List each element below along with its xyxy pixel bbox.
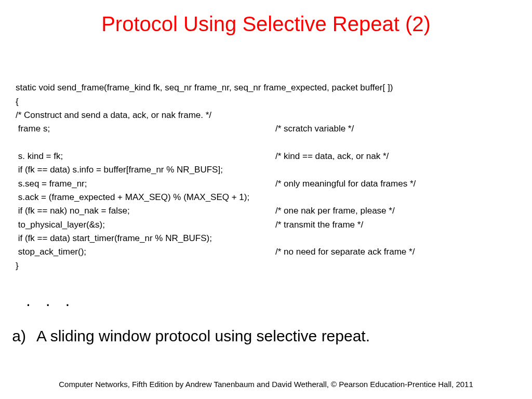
code-line: if (fk == nak) no_nak = false; [16,206,130,216]
code-line: /* Construct and send a data, ack, or na… [16,110,211,120]
code-line: } [16,261,19,271]
caption-label: a) [0,327,36,345]
code-comment: /* transmit the frame */ [275,218,363,232]
code-line: static void send_frame(frame_kind fk, se… [16,83,393,92]
code-line: s.seq = frame_nr; [16,179,87,189]
code-block: static void send_frame(frame_kind fk, se… [16,68,520,287]
code-line: stop_ack_timer(); [16,247,86,257]
code-line: s. kind = fk; [16,151,63,161]
code-line: { [16,97,19,107]
code-line: s.ack = (frame_expected + MAX_SEQ) % (MA… [16,192,249,202]
code-line: frame s; [16,124,50,134]
caption: a) A sliding window protocol using selec… [0,327,532,345]
code-comment: /* kind == data, ack, or nak */ [275,150,389,163]
caption-text: A sliding window protocol using selectiv… [36,327,370,345]
footer-text: Computer Networks, Fifth Edition by Andr… [0,380,532,389]
code-comment: /* no need for separate ack frame */ [275,245,415,259]
code-comment: /* one nak per frame, please */ [275,204,395,218]
code-comment: /* scratch variable */ [275,122,354,136]
code-line: if (fk == data) start_timer(frame_nr % N… [16,233,212,243]
slide: Protocol Using Selective Repeat (2) stat… [0,0,532,399]
slide-title: Protocol Using Selective Repeat (2) [0,0,532,36]
code-line: if (fk == data) s.info = buffer[frame_nr… [16,165,223,175]
code-line: to_physical_layer(&s); [16,220,105,230]
continuation-ellipsis: . . . [26,291,75,310]
code-comment: /* only meaningful for data frames */ [275,177,416,191]
